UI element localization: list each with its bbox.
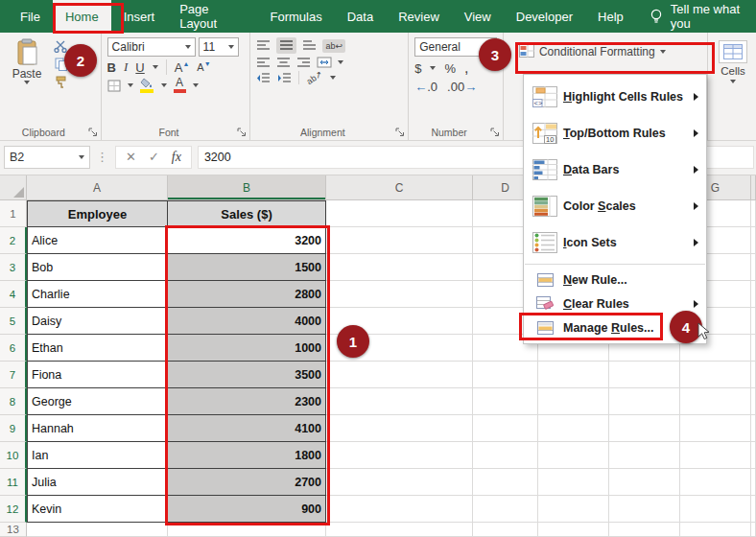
insert-function-icon[interactable]: fx (172, 150, 181, 165)
bottom-align-button[interactable] (302, 40, 317, 51)
underline-button[interactable]: U (135, 60, 144, 75)
font-size-select[interactable]: 11 (199, 37, 239, 57)
font-color-button[interactable]: A (174, 78, 186, 93)
empty-cell[interactable] (326, 254, 473, 281)
align-center-button[interactable] (276, 58, 291, 68)
empty-cell[interactable] (473, 523, 538, 537)
empty-cell[interactable] (27, 523, 168, 537)
empty-cell[interactable] (326, 388, 473, 415)
empty-cell[interactable] (609, 469, 680, 496)
empty-cell[interactable] (168, 523, 326, 537)
empty-cell[interactable] (326, 227, 473, 254)
empty-cell[interactable] (751, 335, 756, 362)
cell-B2[interactable]: 3200 (168, 227, 326, 254)
cell-A4[interactable]: Charlie (27, 281, 168, 308)
cell-B3[interactable]: 1500 (168, 254, 326, 281)
cell-B7[interactable]: 3500 (168, 362, 326, 388)
copy-button[interactable] (54, 58, 68, 71)
italic-button[interactable]: I (124, 59, 128, 75)
cell-B9[interactable]: 4100 (168, 415, 326, 442)
row-header-7[interactable]: 7 (0, 362, 27, 388)
middle-align-button[interactable] (276, 37, 296, 54)
decrease-decimal-button[interactable]: .00→ (447, 80, 477, 94)
empty-cell[interactable] (680, 362, 751, 388)
dialog-launcher-icon[interactable] (395, 128, 405, 137)
ribbon-tab-insert[interactable]: Insert (111, 0, 168, 33)
empty-cell[interactable] (751, 523, 756, 537)
empty-cell[interactable] (473, 415, 538, 442)
empty-cell[interactable] (680, 469, 751, 496)
empty-cell[interactable] (751, 308, 756, 335)
empty-cell[interactable] (538, 523, 609, 537)
increase-indent-button[interactable] (277, 73, 292, 83)
align-left-button[interactable] (256, 58, 271, 68)
empty-cell[interactable] (680, 388, 751, 415)
menu-item-top-bottom-rules[interactable]: 10 Top/Bottom Rules (524, 115, 706, 152)
empty-cell[interactable] (473, 388, 538, 415)
empty-cell[interactable] (538, 496, 609, 523)
empty-cell[interactable] (751, 227, 756, 254)
empty-cell[interactable] (326, 200, 473, 227)
select-all-corner[interactable] (0, 175, 27, 200)
dialog-launcher-icon[interactable] (88, 128, 98, 137)
row-header-4[interactable]: 4 (0, 281, 27, 308)
paste-button[interactable]: Paste (6, 36, 48, 89)
row-header-6[interactable]: 6 (0, 335, 27, 362)
decrease-indent-button[interactable] (256, 73, 271, 83)
format-painter-button[interactable] (54, 76, 68, 89)
empty-cell[interactable] (751, 200, 756, 227)
empty-cell[interactable] (326, 281, 473, 308)
ribbon-tab-page-layout[interactable]: Page Layout (167, 0, 257, 33)
cell-A2[interactable]: Alice (27, 227, 168, 254)
empty-cell[interactable] (751, 469, 756, 496)
row-header-9[interactable]: 9 (0, 415, 27, 442)
empty-cell[interactable] (680, 415, 751, 442)
empty-cell[interactable] (751, 442, 756, 469)
empty-cell[interactable] (751, 388, 756, 415)
percent-style-button[interactable]: % (444, 61, 456, 76)
empty-cell[interactable] (609, 442, 680, 469)
empty-cell[interactable] (538, 362, 609, 388)
ribbon-tab-formulas[interactable]: Formulas (258, 0, 335, 33)
empty-cell[interactable] (538, 469, 609, 496)
top-align-button[interactable] (256, 40, 271, 51)
cell-B10[interactable]: 1800 (168, 442, 326, 469)
tell-me[interactable]: Tell me what you (650, 0, 756, 33)
cells-button[interactable]: Cells (714, 40, 752, 83)
empty-cell[interactable] (751, 362, 756, 388)
empty-cell[interactable] (751, 281, 756, 308)
cancel-icon[interactable]: ✕ (126, 150, 136, 164)
cell-B8[interactable]: 2300 (168, 388, 326, 415)
empty-cell[interactable] (538, 415, 609, 442)
empty-cell[interactable] (326, 442, 473, 469)
cell-A7[interactable]: Fiona (27, 362, 168, 388)
ribbon-tab-home[interactable]: Home (53, 0, 111, 33)
empty-cell[interactable] (326, 335, 473, 362)
orientation-button[interactable]: ab↗ (305, 69, 324, 86)
empty-cell[interactable] (538, 388, 609, 415)
row-header-11[interactable]: 11 (0, 469, 27, 496)
cell-A3[interactable]: Bob (27, 254, 168, 281)
menu-item-clear-rules[interactable]: Clear Rules (524, 292, 706, 315)
cell-B6[interactable]: 1000 (168, 335, 326, 362)
empty-cell[interactable] (680, 442, 751, 469)
ribbon-tab-data[interactable]: Data (335, 0, 386, 33)
column-header-C[interactable]: C (326, 175, 473, 200)
row-header-12[interactable]: 12 (0, 496, 27, 523)
cell-B12[interactable]: 900 (168, 496, 326, 523)
column-header-B[interactable]: B (168, 175, 326, 200)
empty-cell[interactable] (326, 308, 473, 335)
empty-cell[interactable] (326, 469, 473, 496)
ribbon-tab-review[interactable]: Review (386, 0, 452, 33)
empty-cell[interactable] (473, 469, 538, 496)
cell-A8[interactable]: George (27, 388, 168, 415)
column-header-A[interactable]: A (27, 175, 168, 200)
merge-center-button[interactable] (317, 57, 332, 68)
ribbon-tab-file[interactable]: File (8, 0, 53, 33)
empty-cell[interactable] (680, 496, 751, 523)
cell-A1[interactable]: Employee (27, 200, 168, 227)
menu-item-manage-rules[interactable]: Manage Rules... (524, 315, 706, 339)
enter-icon[interactable]: ✓ (149, 150, 159, 164)
cell-A6[interactable]: Ethan (27, 335, 168, 362)
cell-B4[interactable]: 2800 (168, 281, 326, 308)
